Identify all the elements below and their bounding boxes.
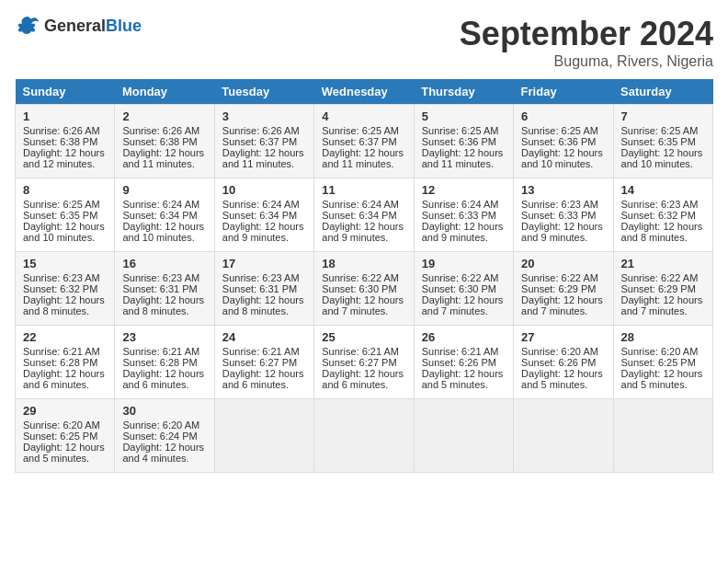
day-number: 12 [422,183,506,197]
col-header-sunday: Sunday [16,79,115,105]
day-number: 15 [23,257,107,270]
day-number: 10 [222,183,306,197]
day-number: 22 [23,330,107,344]
daylight-text: Daylight: 12 hours and 11 minutes. [322,147,404,169]
sunset-text: Sunset: 6:24 PM [122,431,197,442]
sunset-text: Sunset: 6:25 PM [23,431,97,442]
day-number: 11 [322,183,405,197]
sunset-text: Sunset: 6:38 PM [23,136,97,147]
sunrise-text: Sunrise: 6:21 AM [422,346,499,357]
calendar-cell: 25Sunrise: 6:21 AMSunset: 6:27 PMDayligh… [314,326,414,399]
day-number: 3 [222,109,306,123]
sunrise-text: Sunrise: 6:21 AM [23,346,100,357]
sunrise-text: Sunrise: 6:21 AM [122,346,199,357]
daylight-text: Daylight: 12 hours and 7 minutes. [621,294,703,316]
calendar-cell: 23Sunrise: 6:21 AMSunset: 6:28 PMDayligh… [115,326,214,399]
calendar-cell [613,399,712,473]
calendar-cell: 21Sunrise: 6:22 AMSunset: 6:29 PMDayligh… [613,252,712,326]
daylight-text: Daylight: 12 hours and 8 minutes. [621,221,703,243]
calendar-cell: 2Sunrise: 6:26 AMSunset: 6:38 PMDaylight… [115,105,214,178]
sunset-text: Sunset: 6:26 PM [521,357,596,368]
daylight-text: Daylight: 12 hours and 10 minutes. [122,221,204,243]
day-number: 21 [621,257,705,270]
sunrise-text: Sunrise: 6:24 AM [222,199,300,210]
calendar-cell [414,399,513,473]
day-number: 19 [422,257,506,270]
sunrise-text: Sunrise: 6:22 AM [322,272,399,283]
sunset-text: Sunset: 6:30 PM [422,283,496,294]
calendar-cell: 3Sunrise: 6:26 AMSunset: 6:37 PMDaylight… [214,105,313,178]
day-number: 28 [621,330,705,344]
daylight-text: Daylight: 12 hours and 5 minutes. [521,368,603,390]
day-number: 18 [322,257,405,270]
sunset-text: Sunset: 6:32 PM [621,210,696,221]
sunset-text: Sunset: 6:31 PM [222,283,297,294]
calendar-cell: 10Sunrise: 6:24 AMSunset: 6:34 PMDayligh… [214,178,313,252]
daylight-text: Daylight: 12 hours and 10 minutes. [521,147,603,169]
day-number: 4 [322,109,405,123]
daylight-text: Daylight: 12 hours and 5 minutes. [23,442,105,464]
daylight-text: Daylight: 12 hours and 9 minutes. [422,221,504,243]
week-row-5: 29Sunrise: 6:20 AMSunset: 6:25 PMDayligh… [16,399,713,473]
col-header-friday: Friday [514,79,613,105]
daylight-text: Daylight: 12 hours and 11 minutes. [222,147,304,169]
sunset-text: Sunset: 6:33 PM [521,210,596,221]
sunrise-text: Sunrise: 6:26 AM [222,125,300,136]
sunset-text: Sunset: 6:27 PM [222,357,297,368]
calendar-cell: 6Sunrise: 6:25 AMSunset: 6:36 PMDaylight… [514,105,613,178]
day-number: 9 [122,183,206,197]
daylight-text: Daylight: 12 hours and 10 minutes. [621,147,703,169]
sunset-text: Sunset: 6:37 PM [322,136,396,147]
calendar-cell: 17Sunrise: 6:23 AMSunset: 6:31 PMDayligh… [214,252,313,326]
sunset-text: Sunset: 6:33 PM [422,210,496,221]
sunrise-text: Sunrise: 6:23 AM [521,199,598,210]
day-number: 1 [23,109,107,123]
sunrise-text: Sunrise: 6:25 AM [621,125,699,136]
sunrise-text: Sunrise: 6:25 AM [23,199,100,210]
calendar-cell: 12Sunrise: 6:24 AMSunset: 6:33 PMDayligh… [414,178,513,252]
sunrise-text: Sunrise: 6:25 AM [521,125,598,136]
sunrise-text: Sunrise: 6:23 AM [222,272,300,283]
calendar-cell: 19Sunrise: 6:22 AMSunset: 6:30 PMDayligh… [414,252,513,326]
daylight-text: Daylight: 12 hours and 9 minutes. [222,221,304,243]
sunset-text: Sunset: 6:34 PM [322,210,396,221]
calendar-cell: 24Sunrise: 6:21 AMSunset: 6:27 PMDayligh… [214,326,313,399]
day-number: 17 [222,257,306,270]
daylight-text: Daylight: 12 hours and 7 minutes. [521,294,603,316]
sunset-text: Sunset: 6:27 PM [322,357,396,368]
calendar-cell: 20Sunrise: 6:22 AMSunset: 6:29 PMDayligh… [514,252,613,326]
calendar-table: SundayMondayTuesdayWednesdayThursdayFrid… [15,79,713,473]
daylight-text: Daylight: 12 hours and 9 minutes. [322,221,404,243]
calendar-cell: 14Sunrise: 6:23 AMSunset: 6:32 PMDayligh… [613,178,712,252]
sunset-text: Sunset: 6:29 PM [521,283,596,294]
day-number: 23 [122,330,206,344]
day-number: 20 [521,257,605,270]
sunrise-text: Sunrise: 6:23 AM [122,272,199,283]
week-row-2: 8Sunrise: 6:25 AMSunset: 6:35 PMDaylight… [16,178,713,252]
sunrise-text: Sunrise: 6:22 AM [621,272,699,283]
col-header-monday: Monday [115,79,214,105]
daylight-text: Daylight: 12 hours and 6 minutes. [322,368,404,390]
col-header-tuesday: Tuesday [214,79,313,105]
calendar-cell: 27Sunrise: 6:20 AMSunset: 6:26 PMDayligh… [514,326,613,399]
daylight-text: Daylight: 12 hours and 6 minutes. [222,368,304,390]
sunset-text: Sunset: 6:29 PM [621,283,696,294]
day-number: 26 [422,330,506,344]
sunset-text: Sunset: 6:30 PM [322,283,396,294]
sunrise-text: Sunrise: 6:22 AM [422,272,499,283]
daylight-text: Daylight: 12 hours and 8 minutes. [23,294,105,316]
week-row-4: 22Sunrise: 6:21 AMSunset: 6:28 PMDayligh… [16,326,713,399]
calendar-cell: 4Sunrise: 6:25 AMSunset: 6:37 PMDaylight… [314,105,414,178]
day-number: 2 [122,109,206,123]
calendar-cell: 15Sunrise: 6:23 AMSunset: 6:32 PMDayligh… [16,252,115,326]
calendar-cell: 30Sunrise: 6:20 AMSunset: 6:24 PMDayligh… [115,399,214,473]
location-title: Buguma, Rivers, Nigeria [460,53,713,70]
sunrise-text: Sunrise: 6:21 AM [222,346,300,357]
daylight-text: Daylight: 12 hours and 5 minutes. [621,368,703,390]
sunset-text: Sunset: 6:34 PM [122,210,197,221]
daylight-text: Daylight: 12 hours and 8 minutes. [122,294,204,316]
daylight-text: Daylight: 12 hours and 7 minutes. [422,294,504,316]
sunrise-text: Sunrise: 6:21 AM [322,346,399,357]
day-number: 24 [222,330,306,344]
day-number: 13 [521,183,605,197]
